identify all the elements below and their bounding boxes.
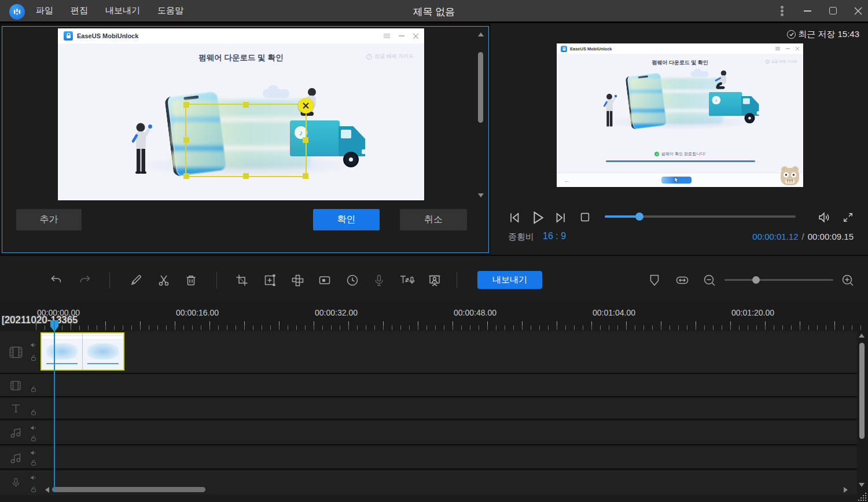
- fullscreen-icon[interactable]: [841, 211, 855, 224]
- zoom-frame-tool-icon[interactable]: [263, 273, 277, 287]
- handle-mid-left[interactable]: [183, 137, 189, 143]
- track-video-2: [0, 374, 857, 397]
- handle-bottom-right[interactable]: [303, 173, 308, 179]
- unlock-track-icon[interactable]: [30, 435, 37, 442]
- film-track-icon: [8, 345, 24, 360]
- next-frame-icon[interactable]: [553, 210, 568, 225]
- previous-frame-icon[interactable]: [507, 210, 522, 225]
- mute-track-icon[interactable]: [30, 342, 37, 349]
- cancel-button[interactable]: 취소: [400, 209, 467, 230]
- track-music-1: [0, 421, 857, 445]
- mute-track-icon[interactable]: [30, 474, 37, 481]
- mute-track-icon[interactable]: [30, 449, 37, 456]
- seek-slider[interactable]: [605, 215, 796, 218]
- volume-icon[interactable]: [817, 210, 832, 225]
- preview-info-row: 종횡비 16 : 9 00:00:01.12/00:00:09.15: [491, 230, 868, 244]
- zoom-in-icon[interactable]: [841, 273, 855, 287]
- mobi-window-controls: [384, 34, 418, 39]
- timeline-zoom-knob[interactable]: [752, 276, 760, 284]
- voiceover-tool-icon[interactable]: [372, 273, 386, 287]
- panel-scroll-down[interactable]: [478, 193, 484, 197]
- unlock-track-icon[interactable]: [30, 486, 37, 493]
- total-time: 00:00:09.15: [808, 232, 854, 241]
- handle-top-center[interactable]: [243, 102, 249, 108]
- unlock-track-icon[interactable]: [30, 409, 37, 416]
- timeline-scroll-down[interactable]: [859, 483, 865, 487]
- edit-toolbar: 내보내기: [0, 255, 868, 301]
- minimize-button[interactable]: [802, 6, 812, 16]
- handle-bottom-center[interactable]: [243, 173, 249, 179]
- clip-thumbnail: [83, 334, 123, 369]
- close-button[interactable]: [853, 6, 863, 16]
- window-controls: [777, 0, 863, 21]
- playhead-line[interactable]: [54, 321, 55, 492]
- portrait-tool-icon[interactable]: [428, 273, 442, 287]
- timeline-zoom-slider[interactable]: [724, 279, 833, 281]
- marker-tool-icon[interactable]: [648, 273, 661, 287]
- timeline-section: 00:00:00.00 00:00:16.00 00:00:32.00 00:0…: [0, 301, 868, 502]
- add-button[interactable]: 추가: [16, 209, 82, 230]
- timeline-scroll-up[interactable]: [859, 334, 865, 338]
- stop-icon[interactable]: [579, 211, 591, 223]
- text-track-icon: [10, 402, 22, 415]
- play-icon[interactable]: [529, 209, 546, 226]
- timeline-clip[interactable]: [41, 332, 124, 371]
- music-track-icon: [9, 426, 23, 439]
- menu-edit[interactable]: 편집: [71, 5, 88, 16]
- unlock-track-icon[interactable]: [30, 459, 37, 466]
- aspect-ratio-label: 종횡비: [508, 232, 534, 243]
- seek-knob[interactable]: [635, 212, 643, 221]
- unlock-track-icon[interactable]: [30, 386, 37, 393]
- timeline-horizontal-scrollbar[interactable]: [52, 487, 205, 492]
- text-to-speech-tool-icon[interactable]: [399, 273, 415, 287]
- mobi-close-icon: [796, 47, 799, 50]
- question-icon: [366, 54, 372, 60]
- fit-timeline-tool-icon[interactable]: [675, 273, 689, 287]
- handle-bottom-left[interactable]: [183, 173, 189, 179]
- split-tool-icon[interactable]: [157, 273, 171, 287]
- timecode-display: 00:00:01.12/00:00:09.15: [752, 232, 854, 241]
- toolbar-divider: [457, 272, 457, 288]
- handle-mid-right[interactable]: [303, 137, 308, 143]
- timeline-scroll-left[interactable]: [45, 487, 49, 493]
- handle-top-left[interactable]: [183, 102, 189, 108]
- mobi-close-icon: [413, 34, 418, 39]
- ruler-label: 00:00:32.00: [315, 308, 378, 317]
- crop-tool-icon[interactable]: [235, 273, 249, 287]
- aspect-ratio-value[interactable]: 16 : 9: [543, 231, 566, 241]
- undo-icon[interactable]: [49, 273, 63, 287]
- mobi-window-title: EaseUS MobiUnlock: [77, 32, 138, 39]
- mobi-window-title: EaseUS MobiUnlock: [570, 46, 612, 52]
- freeze-frame-tool-icon[interactable]: [318, 273, 332, 287]
- edit-tool-icon[interactable]: [129, 273, 143, 287]
- menu-help[interactable]: 도움말: [157, 5, 183, 16]
- mobi-guide-link: 잠금 해제 가이드: [366, 53, 414, 60]
- redo-icon[interactable]: [78, 273, 92, 287]
- preview-illustration: [599, 71, 761, 131]
- overlay-selection-box[interactable]: [185, 104, 307, 177]
- unlock-track-icon[interactable]: [30, 354, 37, 361]
- timeline-scroll-right[interactable]: [844, 487, 848, 493]
- delete-tool-icon[interactable]: [184, 273, 198, 287]
- timeline-vertical-scrollbar[interactable]: [859, 343, 865, 439]
- transport-controls: [491, 206, 868, 229]
- mute-track-icon[interactable]: [30, 424, 37, 431]
- duration-tool-icon[interactable]: [345, 273, 359, 287]
- ruler-minor-ticks[interactable]: [36, 325, 868, 330]
- mobi-action-button: [661, 177, 692, 184]
- menu-file[interactable]: 파일: [36, 5, 53, 16]
- maximize-button[interactable]: [827, 6, 838, 16]
- confirm-button[interactable]: 확인: [313, 209, 380, 230]
- more-options-icon[interactable]: [777, 6, 787, 16]
- panel-scrollbar[interactable]: [478, 52, 483, 123]
- export-button[interactable]: 내보내기: [477, 271, 542, 289]
- zoom-out-icon[interactable]: [703, 273, 716, 287]
- panel-scroll-up[interactable]: [478, 32, 484, 36]
- mobi-menu-icon: [775, 47, 780, 50]
- mosaic-tool-icon[interactable]: [290, 273, 304, 287]
- menu-export[interactable]: 내보내기: [105, 5, 140, 16]
- saved-check-icon: [787, 30, 796, 39]
- track-text: [0, 398, 857, 420]
- resize-grip-icon[interactable]: [858, 492, 867, 501]
- remove-overlay-icon[interactable]: [298, 98, 314, 113]
